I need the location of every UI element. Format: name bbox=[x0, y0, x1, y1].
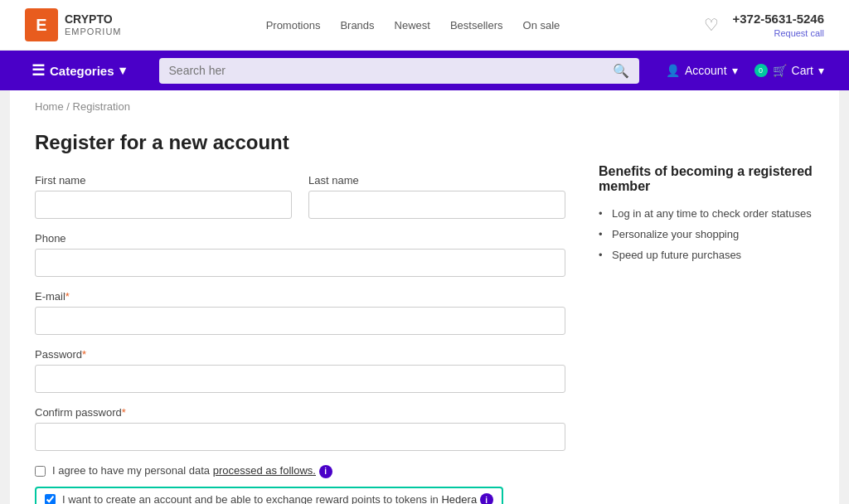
top-right-area: ♡ +372-5631-5246 Request call bbox=[704, 12, 824, 39]
name-row: First name Last name bbox=[35, 174, 565, 219]
account-button[interactable]: 👤 Account ▾ bbox=[666, 64, 738, 77]
logo-text: CRYPTO EMPORIUM bbox=[65, 12, 122, 37]
nav-promotions[interactable]: Promotions bbox=[266, 19, 321, 32]
main-wrapper: Home / Registration Register for a new a… bbox=[10, 90, 839, 504]
logo-icon: E bbox=[25, 8, 58, 41]
gdpr-checkbox[interactable] bbox=[35, 466, 46, 477]
categories-label: Categories bbox=[50, 64, 114, 78]
gdpr-link[interactable]: processed as follows. bbox=[213, 464, 316, 477]
last-name-input[interactable] bbox=[308, 191, 565, 219]
gdpr-info-icon[interactable]: i bbox=[319, 465, 332, 478]
nav-newest[interactable]: Newest bbox=[395, 19, 430, 32]
form-section: Register for a new account First name La… bbox=[35, 131, 565, 504]
confirm-password-input[interactable] bbox=[35, 423, 565, 451]
logo-name-line2: EMPORIUM bbox=[65, 27, 122, 37]
request-call-link[interactable]: Request call bbox=[774, 28, 824, 38]
last-name-label: Last name bbox=[308, 174, 565, 187]
top-navigation: Promotions Brands Newest Bestsellers On … bbox=[266, 19, 560, 32]
cart-badge: 0 bbox=[754, 64, 768, 77]
breadcrumb: Home / Registration bbox=[10, 90, 839, 123]
password-label: Password* bbox=[35, 348, 565, 361]
hedera-checkbox[interactable] bbox=[45, 494, 56, 504]
first-name-group: First name bbox=[35, 174, 292, 219]
phone-group: Phone bbox=[35, 232, 565, 277]
categories-button[interactable]: ☰ Categories ▾ bbox=[25, 61, 133, 80]
password-group: Password* bbox=[35, 348, 565, 393]
nav-bar: ☰ Categories ▾ 🔍 👤 Account ▾ 0 🛒 Cart ▾ bbox=[0, 51, 849, 90]
breadcrumb-current: Registration bbox=[73, 100, 130, 113]
first-name-input[interactable] bbox=[35, 191, 292, 219]
phone-number: +372-5631-5246 bbox=[732, 12, 824, 26]
benefits-section: Benefits of becoming a registered member… bbox=[599, 131, 814, 504]
benefits-title: Benefits of becoming a registered member bbox=[599, 164, 814, 194]
breadcrumb-home[interactable]: Home bbox=[35, 100, 64, 113]
last-name-group: Last name bbox=[308, 174, 565, 219]
account-chevron-icon: ▾ bbox=[732, 64, 738, 77]
search-input[interactable] bbox=[169, 64, 613, 77]
hedera-info-icon[interactable]: i bbox=[480, 493, 493, 504]
nav-on-sale[interactable]: On sale bbox=[523, 19, 560, 32]
search-bar[interactable]: 🔍 bbox=[159, 58, 639, 84]
hamburger-icon: ☰ bbox=[32, 61, 45, 80]
email-group: E-mail* bbox=[35, 290, 565, 335]
password-input[interactable] bbox=[35, 365, 565, 393]
cart-icon: 🛒 bbox=[773, 64, 787, 77]
account-label: Account bbox=[685, 64, 727, 77]
breadcrumb-separator: / bbox=[66, 100, 72, 113]
categories-chevron-icon: ▾ bbox=[119, 63, 126, 78]
phone-block: +372-5631-5246 Request call bbox=[732, 12, 824, 39]
cart-label: Cart bbox=[792, 64, 813, 77]
gdpr-checkbox-row: I agree to have my personal data process… bbox=[35, 464, 565, 478]
cart-button[interactable]: 0 🛒 Cart ▾ bbox=[754, 64, 824, 77]
first-name-label: First name bbox=[35, 174, 292, 187]
nav-brands[interactable]: Brands bbox=[340, 19, 374, 32]
content-area: Register for a new account First name La… bbox=[10, 123, 839, 504]
phone-input[interactable] bbox=[35, 249, 565, 277]
nav-right-area: 👤 Account ▾ 0 🛒 Cart ▾ bbox=[666, 64, 824, 77]
logo-name-line1: CRYPTO bbox=[65, 12, 122, 27]
benefits-list: Log in at any time to check order status… bbox=[599, 207, 814, 261]
nav-bestsellers[interactable]: Bestsellers bbox=[450, 19, 503, 32]
confirm-password-group: Confirm password* bbox=[35, 406, 565, 451]
logo[interactable]: E CRYPTO EMPORIUM bbox=[25, 8, 122, 41]
confirm-password-label: Confirm password* bbox=[35, 406, 565, 419]
account-icon: 👤 bbox=[666, 64, 680, 77]
hedera-checkbox-wrapper: I want to create an account and be able … bbox=[35, 487, 503, 505]
cart-chevron-icon: ▾ bbox=[818, 64, 824, 77]
email-label: E-mail* bbox=[35, 290, 565, 303]
benefit-item-2: Personalize your shopping bbox=[599, 228, 814, 240]
hedera-link[interactable]: Hedera bbox=[441, 493, 477, 505]
phone-label: Phone bbox=[35, 232, 565, 245]
gdpr-text: I agree to have my personal data process… bbox=[52, 464, 332, 478]
wishlist-icon[interactable]: ♡ bbox=[704, 15, 719, 35]
benefit-item-3: Speed up future purchases bbox=[599, 249, 814, 261]
top-bar: E CRYPTO EMPORIUM Promotions Brands Newe… bbox=[0, 0, 849, 51]
email-input[interactable] bbox=[35, 307, 565, 335]
search-icon: 🔍 bbox=[613, 63, 629, 79]
benefit-item-1: Log in at any time to check order status… bbox=[599, 207, 814, 220]
page-title: Register for a new account bbox=[35, 131, 565, 154]
hedera-text: I want to create an account and be able … bbox=[62, 493, 493, 505]
